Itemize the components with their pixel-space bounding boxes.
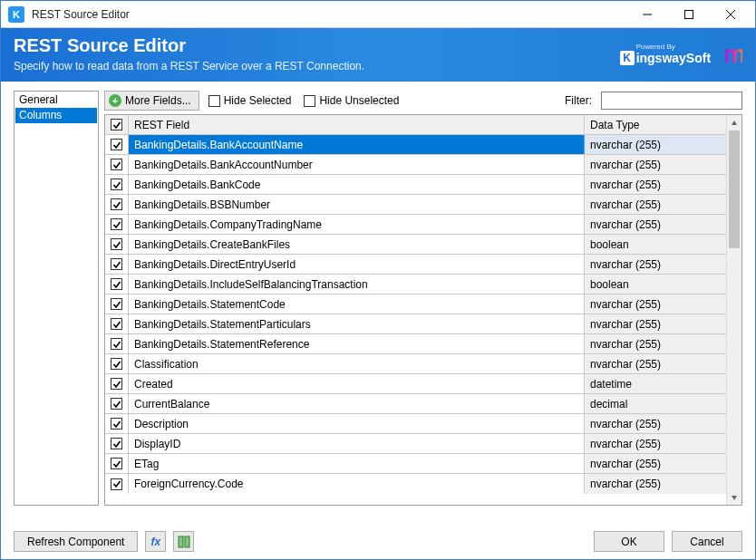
col-header-type[interactable]: Data Type <box>585 115 726 134</box>
row-checkbox[interactable] <box>105 155 129 174</box>
row-checkbox[interactable] <box>105 195 129 214</box>
row-type[interactable]: nvarchar (255) <box>585 175 726 194</box>
row-type[interactable]: nvarchar (255) <box>585 255 726 274</box>
scroll-up-icon[interactable] <box>727 115 741 130</box>
checkbox-icon <box>304 95 315 107</box>
row-checkbox[interactable] <box>105 394 129 413</box>
table-row[interactable]: BankingDetails.CreateBankFilesboolean <box>105 235 726 255</box>
row-field[interactable]: BankingDetails.CreateBankFiles <box>129 235 585 254</box>
row-field[interactable]: ForeignCurrency.Code <box>129 474 585 494</box>
row-field[interactable]: BankingDetails.BankAccountName <box>129 135 585 154</box>
hide-selected-checkbox[interactable]: Hide Selected <box>205 94 296 107</box>
expression-button[interactable]: fx <box>145 531 166 552</box>
scroll-down-icon[interactable] <box>727 489 741 505</box>
row-field[interactable]: BankingDetails.StatementReference <box>129 334 585 353</box>
table-row[interactable]: BankingDetails.StatementParticularsnvarc… <box>105 314 726 334</box>
row-field[interactable]: ETag <box>129 454 585 473</box>
row-checkbox[interactable] <box>105 175 129 194</box>
row-checkbox[interactable] <box>105 474 129 494</box>
table-row[interactable]: BankingDetails.DirectEntryUserIdnvarchar… <box>105 255 726 275</box>
row-type[interactable]: datetime <box>585 374 726 393</box>
svg-rect-7 <box>185 536 189 547</box>
row-type[interactable]: nvarchar (255) <box>585 135 726 154</box>
row-checkbox[interactable] <box>105 255 129 274</box>
row-checkbox[interactable] <box>105 135 129 154</box>
row-checkbox[interactable] <box>105 414 129 433</box>
sidebar-item-general[interactable]: General <box>15 92 97 108</box>
row-type[interactable]: nvarchar (255) <box>585 454 726 473</box>
row-checkbox[interactable] <box>105 215 129 234</box>
sidebar-item-columns[interactable]: Columns <box>15 108 97 123</box>
row-field[interactable]: BankingDetails.CompanyTradingName <box>129 215 585 234</box>
table-row[interactable]: Descriptionnvarchar (255) <box>105 414 726 434</box>
table-row[interactable]: BankingDetails.BankAccountNamenvarchar (… <box>105 135 726 155</box>
page-subtitle: Specify how to read data from a REST Ser… <box>14 60 620 72</box>
more-fields-button[interactable]: + More Fields... <box>104 91 199 111</box>
select-all-checkbox[interactable] <box>105 115 129 134</box>
row-checkbox[interactable] <box>105 314 129 333</box>
row-field[interactable]: Classification <box>129 354 585 373</box>
row-field[interactable]: BankingDetails.DirectEntryUserId <box>129 255 585 274</box>
row-checkbox[interactable] <box>105 434 129 453</box>
row-type[interactable]: nvarchar (255) <box>585 314 726 333</box>
row-type[interactable]: nvarchar (255) <box>585 294 726 314</box>
row-field[interactable]: Description <box>129 414 585 433</box>
columns-grid: REST FieldData TypeBankingDetails.BankAc… <box>104 114 742 506</box>
filter-input[interactable] <box>601 92 742 110</box>
table-row[interactable]: BankingDetails.BankCodenvarchar (255) <box>105 175 726 195</box>
row-type[interactable]: nvarchar (255) <box>585 215 726 234</box>
table-row[interactable]: BankingDetails.CompanyTradingNamenvarcha… <box>105 215 726 235</box>
hide-unselected-label: Hide Unselected <box>319 94 399 107</box>
maximize-button[interactable] <box>668 1 710 28</box>
row-field[interactable]: BankingDetails.BSBNumber <box>129 195 585 214</box>
row-field[interactable]: DisplayID <box>129 434 585 453</box>
row-field[interactable]: Created <box>129 374 585 393</box>
row-checkbox[interactable] <box>105 354 129 373</box>
row-type[interactable]: boolean <box>585 235 726 254</box>
table-row[interactable]: BankingDetails.IncludeSelfBalancingTrans… <box>105 275 726 294</box>
row-type[interactable]: nvarchar (255) <box>585 334 726 353</box>
grid-header: REST FieldData Type <box>105 115 726 135</box>
row-type[interactable]: nvarchar (255) <box>585 195 726 214</box>
row-field[interactable]: BankingDetails.IncludeSelfBalancingTrans… <box>129 275 585 294</box>
row-type[interactable]: decimal <box>585 394 726 413</box>
table-row[interactable]: BankingDetails.StatementCodenvarchar (25… <box>105 294 726 314</box>
table-row[interactable]: Classificationnvarchar (255) <box>105 354 726 374</box>
table-row[interactable]: DisplayIDnvarchar (255) <box>105 434 726 454</box>
table-row[interactable]: Createddatetime <box>105 374 726 394</box>
table-row[interactable]: BankingDetails.BSBNumbernvarchar (255) <box>105 195 726 215</box>
row-type[interactable]: nvarchar (255) <box>585 155 726 174</box>
row-type[interactable]: nvarchar (255) <box>585 414 726 433</box>
table-row[interactable]: BankingDetails.StatementReferencenvarcha… <box>105 334 726 354</box>
hide-unselected-checkbox[interactable]: Hide Unselected <box>300 94 402 107</box>
mapping-button[interactable] <box>173 531 194 552</box>
row-type[interactable]: boolean <box>585 275 726 294</box>
row-field[interactable]: BankingDetails.BankCode <box>129 175 585 194</box>
close-button[interactable] <box>710 1 751 28</box>
hide-selected-label: Hide Selected <box>224 94 292 107</box>
table-row[interactable]: BankingDetails.BankAccountNumbernvarchar… <box>105 155 726 175</box>
col-header-field[interactable]: REST Field <box>129 115 585 134</box>
refresh-component-button[interactable]: Refresh Component <box>14 531 138 552</box>
row-checkbox[interactable] <box>105 235 129 254</box>
row-type[interactable]: nvarchar (255) <box>585 354 726 373</box>
row-field[interactable]: BankingDetails.StatementParticulars <box>129 314 585 333</box>
table-row[interactable]: ETagnvarchar (255) <box>105 454 726 474</box>
row-checkbox[interactable] <box>105 334 129 353</box>
row-checkbox[interactable] <box>105 294 129 314</box>
row-type[interactable]: nvarchar (255) <box>585 474 726 494</box>
grid-scrollbar[interactable] <box>726 115 741 505</box>
table-row[interactable]: CurrentBalancedecimal <box>105 394 726 414</box>
row-checkbox[interactable] <box>105 275 129 294</box>
minimize-button[interactable] <box>626 1 668 28</box>
cancel-button[interactable]: Cancel <box>672 531 742 552</box>
row-type[interactable]: nvarchar (255) <box>585 434 726 453</box>
row-field[interactable]: BankingDetails.StatementCode <box>129 294 585 314</box>
row-checkbox[interactable] <box>105 454 129 473</box>
row-checkbox[interactable] <box>105 374 129 393</box>
row-field[interactable]: BankingDetails.BankAccountNumber <box>129 155 585 174</box>
table-row[interactable]: ForeignCurrency.Codenvarchar (255) <box>105 474 726 494</box>
scroll-thumb[interactable] <box>729 130 740 248</box>
ok-button[interactable]: OK <box>594 531 664 552</box>
row-field[interactable]: CurrentBalance <box>129 394 585 413</box>
